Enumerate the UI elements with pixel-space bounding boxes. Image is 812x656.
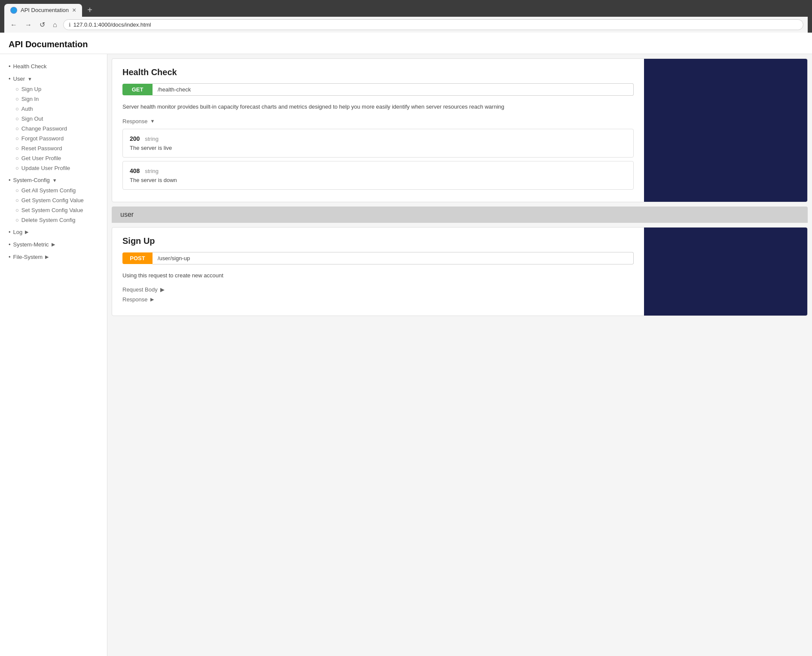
url-text: 127.0.0.1:4000/docs/index.html bbox=[73, 21, 151, 28]
sub-bullet-icon: ○ bbox=[15, 106, 19, 112]
sign-up-response-label: Response bbox=[122, 296, 148, 303]
sidebar-sub-label: Update User Profile bbox=[21, 165, 70, 171]
chevron-right-icon: ▶ bbox=[52, 242, 55, 247]
bullet-icon: • bbox=[9, 229, 11, 235]
sub-bullet-icon: ○ bbox=[15, 165, 19, 171]
active-tab[interactable]: 🌐 API Documentation × bbox=[4, 4, 82, 17]
chevron-down-icon: ▼ bbox=[150, 118, 155, 124]
sub-bullet-icon: ○ bbox=[15, 207, 19, 213]
sidebar-section-file-system: • File-System ▶ bbox=[0, 252, 107, 262]
sidebar-item-file-system[interactable]: • File-System ▶ bbox=[0, 252, 107, 262]
response-toggle[interactable]: Response ▼ bbox=[122, 118, 634, 125]
page-wrapper: API Documentation • Health Check • User … bbox=[0, 33, 812, 656]
tab-close-button[interactable]: × bbox=[72, 7, 76, 14]
sub-bullet-icon: ○ bbox=[15, 217, 19, 223]
bullet-icon: • bbox=[9, 254, 11, 260]
response-408-desc: The server is down bbox=[130, 177, 626, 183]
chevron-right-icon: ▶ bbox=[160, 286, 165, 293]
sub-bullet-icon: ○ bbox=[15, 145, 19, 152]
sidebar-user-subitems: ○ Sign Up ○ Sign In ○ Auth ○ Sign Out bbox=[0, 84, 107, 173]
sidebar-section-user: • User ▼ ○ Sign Up ○ Sign In ○ Auth bbox=[0, 73, 107, 173]
main-layout: • Health Check • User ▼ ○ Sign Up bbox=[0, 54, 812, 656]
sign-up-response-toggle[interactable]: Response ▶ bbox=[122, 296, 634, 303]
response-408-code: 408 string bbox=[130, 167, 626, 174]
sidebar-section-system-metric: • System-Metric ▶ bbox=[0, 239, 107, 250]
sidebar-sub-label: Set System Config Value bbox=[21, 207, 83, 213]
post-method-badge: POST bbox=[122, 252, 153, 264]
sign-up-path: /user/sign-up bbox=[153, 252, 634, 264]
health-check-description: Server health monitor provides built-in … bbox=[122, 103, 634, 111]
status-code-200: 200 bbox=[130, 135, 140, 142]
sidebar-item-label: System-Metric bbox=[13, 241, 49, 248]
sidebar-item-auth[interactable]: ○ Auth bbox=[0, 104, 107, 114]
response-200-desc: The server is live bbox=[130, 145, 626, 151]
sidebar-item-label: Health Check bbox=[13, 63, 47, 70]
sidebar-item-delete-system-config[interactable]: ○ Delete System Config bbox=[0, 215, 107, 225]
sidebar-item-set-system-config-value[interactable]: ○ Set System Config Value bbox=[0, 205, 107, 215]
sidebar-sub-label: Change Password bbox=[21, 125, 67, 132]
sidebar-item-get-user-profile[interactable]: ○ Get User Profile bbox=[0, 153, 107, 163]
forward-button[interactable]: → bbox=[23, 20, 34, 30]
response-label: Response bbox=[122, 118, 148, 125]
sidebar-item-log[interactable]: • Log ▶ bbox=[0, 227, 107, 237]
sidebar-section-log: • Log ▶ bbox=[0, 227, 107, 237]
back-button[interactable]: ← bbox=[9, 20, 19, 30]
browser-chrome: 🌐 API Documentation × + ← → ↺ ⌂ ℹ 127.0.… bbox=[0, 0, 812, 33]
bullet-icon: • bbox=[9, 241, 11, 248]
response-408-type: string bbox=[145, 168, 159, 174]
request-body-toggle[interactable]: Request Body ▶ bbox=[122, 286, 634, 293]
sign-up-card: Sign Up POST /user/sign-up Using this re… bbox=[112, 227, 808, 316]
sub-bullet-icon: ○ bbox=[15, 135, 19, 142]
bullet-icon: • bbox=[9, 177, 11, 183]
new-tab-button[interactable]: + bbox=[84, 3, 96, 17]
sidebar-item-system-config[interactable]: • System-Config ▼ bbox=[0, 175, 107, 185]
sidebar-item-label: User bbox=[13, 76, 25, 82]
reload-button[interactable]: ↺ bbox=[38, 20, 47, 30]
status-code-408: 408 bbox=[130, 167, 140, 174]
sign-up-card-right bbox=[644, 228, 807, 316]
sidebar-item-reset-password[interactable]: ○ Reset Password bbox=[0, 143, 107, 153]
sub-bullet-icon: ○ bbox=[15, 125, 19, 132]
sidebar-item-get-all-system-config[interactable]: ○ Get All System Config bbox=[0, 185, 107, 195]
sidebar-item-user[interactable]: • User ▼ bbox=[0, 73, 107, 84]
sub-bullet-icon: ○ bbox=[15, 86, 19, 92]
health-check-title: Health Check bbox=[122, 67, 634, 77]
sign-up-method-row: POST /user/sign-up bbox=[122, 252, 634, 264]
sidebar-item-update-user-profile[interactable]: ○ Update User Profile bbox=[0, 163, 107, 173]
user-section-label: user bbox=[120, 211, 134, 218]
sidebar-item-sign-in[interactable]: ○ Sign In bbox=[0, 94, 107, 104]
response-200-type: string bbox=[145, 136, 159, 142]
response-200-box: 200 string The server is live bbox=[122, 129, 634, 158]
sidebar-item-sign-up[interactable]: ○ Sign Up bbox=[0, 84, 107, 94]
tab-bar: 🌐 API Documentation × + bbox=[4, 3, 808, 17]
sidebar-item-label: Log bbox=[13, 229, 23, 235]
sidebar: • Health Check • User ▼ ○ Sign Up bbox=[0, 54, 107, 656]
health-check-card-left: Health Check GET /health-check Server he… bbox=[112, 59, 644, 202]
chevron-down-icon: ▼ bbox=[27, 76, 32, 82]
sidebar-item-sign-out[interactable]: ○ Sign Out bbox=[0, 114, 107, 124]
sidebar-item-system-metric[interactable]: • System-Metric ▶ bbox=[0, 239, 107, 250]
health-check-method-row: GET /health-check bbox=[122, 83, 634, 96]
sign-up-card-left: Sign Up POST /user/sign-up Using this re… bbox=[112, 228, 644, 316]
sub-bullet-icon: ○ bbox=[15, 197, 19, 203]
response-section: Response ▼ 200 string The server is live bbox=[122, 118, 634, 190]
url-input[interactable]: ℹ 127.0.0.1:4000/docs/index.html bbox=[63, 19, 803, 30]
sidebar-section-health-check: • Health Check bbox=[0, 61, 107, 72]
sidebar-item-label: File-System bbox=[13, 254, 43, 260]
sub-bullet-icon: ○ bbox=[15, 96, 19, 102]
home-button[interactable]: ⌂ bbox=[51, 20, 59, 30]
get-method-badge: GET bbox=[122, 84, 153, 95]
sidebar-item-forgot-password[interactable]: ○ Forgot Password bbox=[0, 134, 107, 143]
sidebar-sub-label: Get System Config Value bbox=[21, 197, 84, 203]
sub-bullet-icon: ○ bbox=[15, 155, 19, 161]
sidebar-item-change-password[interactable]: ○ Change Password bbox=[0, 124, 107, 134]
sidebar-sub-label: Sign Up bbox=[21, 86, 41, 92]
sidebar-sub-label: Forgot Password bbox=[21, 135, 64, 142]
chevron-right-icon: ▶ bbox=[45, 254, 49, 260]
tab-title: API Documentation bbox=[21, 7, 69, 13]
user-section-header: user bbox=[112, 207, 808, 223]
sidebar-item-health-check[interactable]: • Health Check bbox=[0, 61, 107, 72]
bullet-icon: • bbox=[9, 63, 11, 70]
health-check-section: Health Check GET /health-check Server he… bbox=[112, 58, 808, 202]
sidebar-item-get-system-config-value[interactable]: ○ Get System Config Value bbox=[0, 195, 107, 205]
